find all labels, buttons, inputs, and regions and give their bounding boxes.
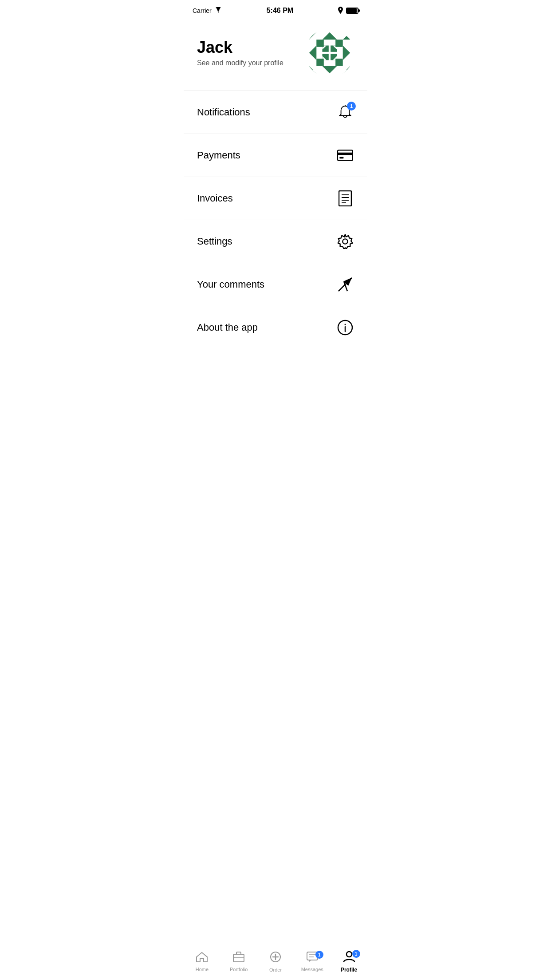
svg-rect-26 — [335, 59, 343, 66]
menu-item-about[interactable]: About the app — [184, 306, 367, 349]
status-bar: Carrier 5:46 PM — [184, 0, 367, 20]
status-right — [338, 7, 358, 15]
comments-icon — [336, 276, 354, 293]
profile-text: Jack See and modify your profile — [197, 39, 305, 67]
main-content: Jack See and modify your profile — [184, 20, 367, 389]
svg-rect-30 — [338, 150, 353, 160]
svg-rect-22 — [335, 40, 343, 47]
invoices-icon — [336, 190, 354, 207]
notifications-badge: 1 — [347, 102, 356, 111]
svg-rect-33 — [339, 191, 351, 206]
carrier-wifi: Carrier — [193, 7, 222, 14]
profile-header: Jack See and modify your profile — [184, 20, 367, 91]
menu-label-comments: Your comments — [197, 279, 264, 290]
wifi-icon — [214, 7, 222, 14]
battery-icon — [346, 8, 358, 14]
menu-label-payments: Payments — [197, 150, 240, 161]
notifications-icon: 1 — [336, 103, 354, 121]
status-time: 5:46 PM — [267, 7, 293, 15]
menu-label-notifications: Notifications — [197, 107, 250, 118]
menu-item-settings[interactable]: Settings — [184, 220, 367, 263]
menu-label-settings: Settings — [197, 236, 232, 247]
svg-rect-31 — [338, 153, 353, 155]
profile-subtitle: See and modify your profile — [197, 59, 305, 67]
svg-point-45 — [345, 324, 346, 325]
settings-icon — [336, 233, 354, 250]
payments-icon — [336, 146, 354, 164]
menu-label-about: About the app — [197, 322, 258, 333]
avatar[interactable] — [305, 28, 354, 77]
profile-name: Jack — [197, 39, 305, 56]
about-icon — [336, 319, 354, 336]
menu-item-payments[interactable]: Payments — [184, 134, 367, 177]
menu-item-comments[interactable]: Your comments — [184, 263, 367, 306]
svg-rect-28 — [316, 59, 324, 66]
carrier-label: Carrier — [193, 7, 212, 14]
menu-item-invoices[interactable]: Invoices — [184, 177, 367, 220]
menu-label-invoices: Invoices — [197, 193, 233, 204]
menu-item-notifications[interactable]: Notifications 1 — [184, 91, 367, 134]
svg-rect-24 — [316, 40, 324, 47]
location-icon — [338, 7, 343, 15]
svg-point-38 — [342, 239, 347, 244]
svg-rect-32 — [339, 157, 343, 159]
menu-list: Notifications 1 Payments — [184, 91, 367, 349]
